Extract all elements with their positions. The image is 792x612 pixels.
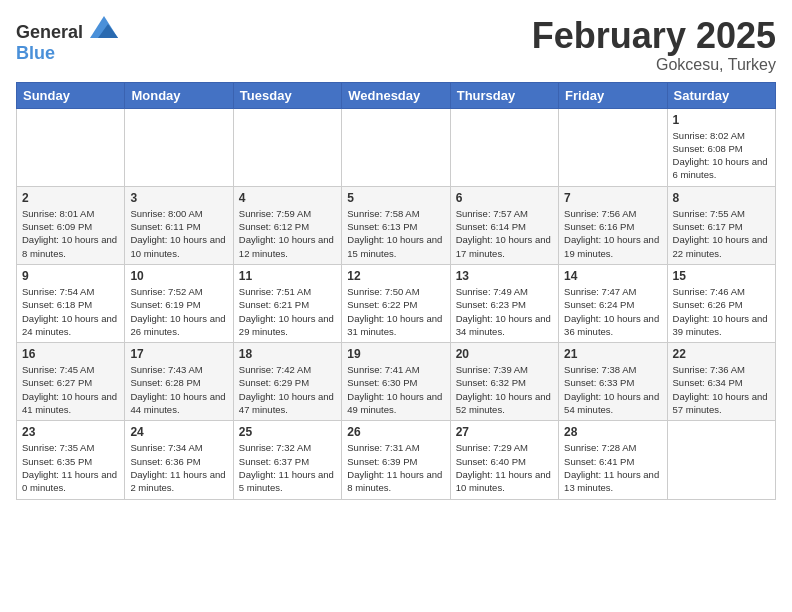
day-number: 22	[673, 347, 770, 361]
calendar-cell	[342, 108, 450, 186]
calendar-cell	[125, 108, 233, 186]
calendar-cell	[667, 421, 775, 499]
calendar-cell: 13Sunrise: 7:49 AMSunset: 6:23 PMDayligh…	[450, 264, 558, 342]
day-number: 28	[564, 425, 661, 439]
location-title: Gokcesu, Turkey	[532, 56, 776, 74]
month-title: February 2025	[532, 16, 776, 56]
day-info: Sunrise: 7:57 AMSunset: 6:14 PMDaylight:…	[456, 207, 553, 260]
calendar-cell: 11Sunrise: 7:51 AMSunset: 6:21 PMDayligh…	[233, 264, 341, 342]
day-info: Sunrise: 7:41 AMSunset: 6:30 PMDaylight:…	[347, 363, 444, 416]
day-info: Sunrise: 7:50 AMSunset: 6:22 PMDaylight:…	[347, 285, 444, 338]
day-number: 12	[347, 269, 444, 283]
day-number: 26	[347, 425, 444, 439]
day-number: 19	[347, 347, 444, 361]
day-info: Sunrise: 7:36 AMSunset: 6:34 PMDaylight:…	[673, 363, 770, 416]
day-number: 9	[22, 269, 119, 283]
calendar-cell: 22Sunrise: 7:36 AMSunset: 6:34 PMDayligh…	[667, 343, 775, 421]
day-number: 24	[130, 425, 227, 439]
title-block: February 2025 Gokcesu, Turkey	[532, 16, 776, 74]
logo-general: General	[16, 22, 83, 42]
calendar-cell: 24Sunrise: 7:34 AMSunset: 6:36 PMDayligh…	[125, 421, 233, 499]
weekday-header: Thursday	[450, 82, 558, 108]
calendar-cell: 25Sunrise: 7:32 AMSunset: 6:37 PMDayligh…	[233, 421, 341, 499]
day-info: Sunrise: 7:42 AMSunset: 6:29 PMDaylight:…	[239, 363, 336, 416]
calendar-cell: 7Sunrise: 7:56 AMSunset: 6:16 PMDaylight…	[559, 186, 667, 264]
calendar-cell: 5Sunrise: 7:58 AMSunset: 6:13 PMDaylight…	[342, 186, 450, 264]
day-info: Sunrise: 7:58 AMSunset: 6:13 PMDaylight:…	[347, 207, 444, 260]
day-info: Sunrise: 7:35 AMSunset: 6:35 PMDaylight:…	[22, 441, 119, 494]
calendar-cell: 23Sunrise: 7:35 AMSunset: 6:35 PMDayligh…	[17, 421, 125, 499]
calendar-cell: 1Sunrise: 8:02 AMSunset: 6:08 PMDaylight…	[667, 108, 775, 186]
calendar-cell: 3Sunrise: 8:00 AMSunset: 6:11 PMDaylight…	[125, 186, 233, 264]
page-header: General Blue February 2025 Gokcesu, Turk…	[16, 16, 776, 74]
day-number: 8	[673, 191, 770, 205]
day-info: Sunrise: 7:45 AMSunset: 6:27 PMDaylight:…	[22, 363, 119, 416]
day-info: Sunrise: 7:32 AMSunset: 6:37 PMDaylight:…	[239, 441, 336, 494]
calendar-cell: 15Sunrise: 7:46 AMSunset: 6:26 PMDayligh…	[667, 264, 775, 342]
calendar-cell: 2Sunrise: 8:01 AMSunset: 6:09 PMDaylight…	[17, 186, 125, 264]
day-number: 18	[239, 347, 336, 361]
weekday-header: Wednesday	[342, 82, 450, 108]
calendar-table: SundayMondayTuesdayWednesdayThursdayFrid…	[16, 82, 776, 500]
day-info: Sunrise: 7:56 AMSunset: 6:16 PMDaylight:…	[564, 207, 661, 260]
calendar-header-row: SundayMondayTuesdayWednesdayThursdayFrid…	[17, 82, 776, 108]
day-number: 1	[673, 113, 770, 127]
day-number: 4	[239, 191, 336, 205]
weekday-header: Tuesday	[233, 82, 341, 108]
day-info: Sunrise: 7:55 AMSunset: 6:17 PMDaylight:…	[673, 207, 770, 260]
calendar-cell	[450, 108, 558, 186]
day-info: Sunrise: 8:02 AMSunset: 6:08 PMDaylight:…	[673, 129, 770, 182]
calendar-cell: 10Sunrise: 7:52 AMSunset: 6:19 PMDayligh…	[125, 264, 233, 342]
calendar-cell: 18Sunrise: 7:42 AMSunset: 6:29 PMDayligh…	[233, 343, 341, 421]
day-info: Sunrise: 8:01 AMSunset: 6:09 PMDaylight:…	[22, 207, 119, 260]
calendar-cell: 21Sunrise: 7:38 AMSunset: 6:33 PMDayligh…	[559, 343, 667, 421]
day-number: 14	[564, 269, 661, 283]
calendar-cell	[559, 108, 667, 186]
day-number: 6	[456, 191, 553, 205]
day-number: 7	[564, 191, 661, 205]
day-info: Sunrise: 7:54 AMSunset: 6:18 PMDaylight:…	[22, 285, 119, 338]
day-info: Sunrise: 7:52 AMSunset: 6:19 PMDaylight:…	[130, 285, 227, 338]
day-info: Sunrise: 7:47 AMSunset: 6:24 PMDaylight:…	[564, 285, 661, 338]
calendar-week-row: 23Sunrise: 7:35 AMSunset: 6:35 PMDayligh…	[17, 421, 776, 499]
day-number: 2	[22, 191, 119, 205]
day-info: Sunrise: 7:31 AMSunset: 6:39 PMDaylight:…	[347, 441, 444, 494]
day-number: 13	[456, 269, 553, 283]
weekday-header: Monday	[125, 82, 233, 108]
calendar-cell: 28Sunrise: 7:28 AMSunset: 6:41 PMDayligh…	[559, 421, 667, 499]
day-info: Sunrise: 8:00 AMSunset: 6:11 PMDaylight:…	[130, 207, 227, 260]
calendar-cell: 8Sunrise: 7:55 AMSunset: 6:17 PMDaylight…	[667, 186, 775, 264]
logo-blue: Blue	[16, 43, 55, 63]
day-number: 21	[564, 347, 661, 361]
calendar-week-row: 9Sunrise: 7:54 AMSunset: 6:18 PMDaylight…	[17, 264, 776, 342]
calendar-cell: 27Sunrise: 7:29 AMSunset: 6:40 PMDayligh…	[450, 421, 558, 499]
day-number: 10	[130, 269, 227, 283]
calendar-week-row: 2Sunrise: 8:01 AMSunset: 6:09 PMDaylight…	[17, 186, 776, 264]
day-number: 16	[22, 347, 119, 361]
calendar-cell: 4Sunrise: 7:59 AMSunset: 6:12 PMDaylight…	[233, 186, 341, 264]
day-number: 11	[239, 269, 336, 283]
calendar-cell: 14Sunrise: 7:47 AMSunset: 6:24 PMDayligh…	[559, 264, 667, 342]
weekday-header: Friday	[559, 82, 667, 108]
logo-text: General Blue	[16, 16, 118, 64]
day-number: 3	[130, 191, 227, 205]
day-number: 17	[130, 347, 227, 361]
calendar-cell: 16Sunrise: 7:45 AMSunset: 6:27 PMDayligh…	[17, 343, 125, 421]
weekday-header: Sunday	[17, 82, 125, 108]
day-info: Sunrise: 7:38 AMSunset: 6:33 PMDaylight:…	[564, 363, 661, 416]
calendar-cell: 20Sunrise: 7:39 AMSunset: 6:32 PMDayligh…	[450, 343, 558, 421]
calendar-week-row: 1Sunrise: 8:02 AMSunset: 6:08 PMDaylight…	[17, 108, 776, 186]
day-info: Sunrise: 7:43 AMSunset: 6:28 PMDaylight:…	[130, 363, 227, 416]
day-number: 15	[673, 269, 770, 283]
calendar-cell: 12Sunrise: 7:50 AMSunset: 6:22 PMDayligh…	[342, 264, 450, 342]
day-info: Sunrise: 7:29 AMSunset: 6:40 PMDaylight:…	[456, 441, 553, 494]
calendar-cell: 9Sunrise: 7:54 AMSunset: 6:18 PMDaylight…	[17, 264, 125, 342]
day-number: 20	[456, 347, 553, 361]
day-number: 5	[347, 191, 444, 205]
day-number: 27	[456, 425, 553, 439]
day-info: Sunrise: 7:34 AMSunset: 6:36 PMDaylight:…	[130, 441, 227, 494]
logo-icon	[90, 16, 118, 38]
day-number: 23	[22, 425, 119, 439]
day-info: Sunrise: 7:49 AMSunset: 6:23 PMDaylight:…	[456, 285, 553, 338]
calendar-cell	[233, 108, 341, 186]
